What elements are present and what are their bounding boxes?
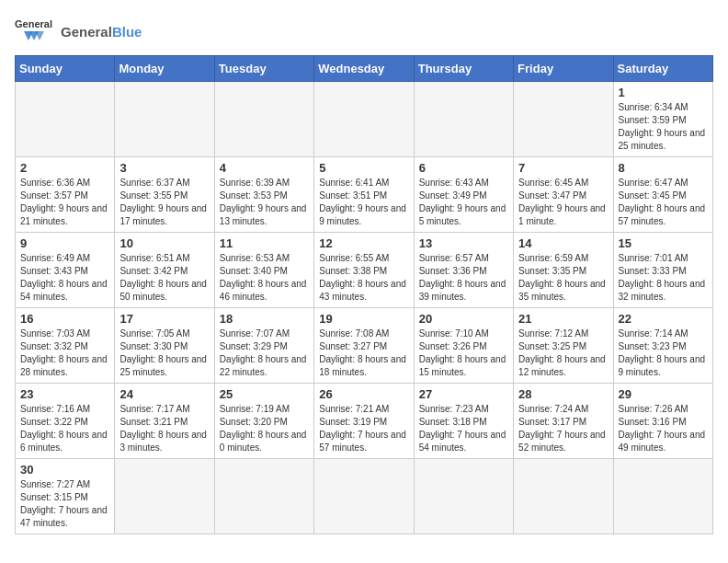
logo-wordmark: GeneralBlue [61, 24, 142, 40]
day-info: Sunrise: 6:43 AM Sunset: 3:49 PM Dayligh… [419, 177, 508, 228]
calendar-cell: 16Sunrise: 7:03 AM Sunset: 3:32 PM Dayli… [16, 308, 115, 384]
weekday-header: Friday [514, 56, 613, 82]
weekday-header: Tuesday [214, 56, 313, 82]
logo-blue: Blue [112, 24, 142, 40]
day-info: Sunrise: 6:59 AM Sunset: 3:35 PM Dayligh… [518, 252, 608, 304]
calendar-week-row: 30Sunrise: 7:27 AM Sunset: 3:15 PM Dayli… [16, 459, 713, 534]
day-info: Sunrise: 7:16 AM Sunset: 3:22 PM Dayligh… [20, 403, 109, 454]
day-info: Sunrise: 6:36 AM Sunset: 3:57 PM Dayligh… [20, 177, 109, 228]
calendar-header-row: SundayMondayTuesdayWednesdayThursdayFrid… [16, 56, 713, 82]
day-info: Sunrise: 7:01 AM Sunset: 3:33 PM Dayligh… [619, 252, 708, 304]
day-info: Sunrise: 6:34 AM Sunset: 3:59 PM Dayligh… [619, 101, 708, 153]
calendar-week-row: 23Sunrise: 7:16 AM Sunset: 3:22 PM Dayli… [16, 384, 713, 459]
day-number: 25 [220, 387, 309, 401]
day-number: 7 [518, 161, 608, 175]
calendar-cell [514, 82, 613, 157]
calendar-week-row: 2Sunrise: 6:36 AM Sunset: 3:57 PM Daylig… [16, 157, 713, 233]
calendar-cell [314, 82, 414, 157]
day-number: 12 [319, 236, 408, 250]
day-number: 11 [220, 236, 309, 250]
day-number: 13 [419, 236, 508, 250]
day-number: 9 [20, 236, 109, 250]
calendar-cell: 2Sunrise: 6:36 AM Sunset: 3:57 PM Daylig… [16, 157, 115, 233]
calendar-cell: 17Sunrise: 7:05 AM Sunset: 3:30 PM Dayli… [115, 308, 214, 384]
calendar-cell: 26Sunrise: 7:21 AM Sunset: 3:19 PM Dayli… [314, 384, 414, 459]
calendar-cell [16, 82, 115, 157]
weekday-header: Wednesday [314, 56, 414, 82]
day-number: 29 [619, 387, 708, 401]
day-info: Sunrise: 6:39 AM Sunset: 3:53 PM Dayligh… [220, 177, 309, 228]
calendar-cell: 21Sunrise: 7:12 AM Sunset: 3:25 PM Dayli… [514, 308, 613, 384]
calendar-cell: 29Sunrise: 7:26 AM Sunset: 3:16 PM Dayli… [613, 384, 712, 459]
day-number: 2 [20, 161, 109, 175]
day-info: Sunrise: 6:51 AM Sunset: 3:42 PM Dayligh… [119, 252, 209, 304]
day-info: Sunrise: 6:53 AM Sunset: 3:40 PM Dayligh… [220, 252, 309, 304]
day-number: 28 [518, 387, 608, 401]
day-number: 4 [220, 161, 309, 175]
day-info: Sunrise: 6:47 AM Sunset: 3:45 PM Dayligh… [619, 177, 708, 228]
day-info: Sunrise: 7:10 AM Sunset: 3:26 PM Dayligh… [419, 327, 508, 379]
day-number: 5 [319, 161, 408, 175]
day-number: 19 [319, 312, 408, 326]
calendar-week-row: 16Sunrise: 7:03 AM Sunset: 3:32 PM Dayli… [16, 308, 713, 384]
weekday-header: Saturday [613, 56, 712, 82]
day-info: Sunrise: 6:45 AM Sunset: 3:47 PM Dayligh… [518, 177, 608, 228]
day-info: Sunrise: 7:19 AM Sunset: 3:20 PM Dayligh… [220, 403, 309, 454]
day-number: 6 [419, 161, 508, 175]
calendar-cell: 15Sunrise: 7:01 AM Sunset: 3:33 PM Dayli… [613, 233, 712, 308]
calendar-cell: 13Sunrise: 6:57 AM Sunset: 3:36 PM Dayli… [414, 233, 513, 308]
calendar-cell [115, 82, 214, 157]
day-number: 18 [220, 312, 309, 326]
svg-text:General: General [15, 18, 52, 29]
day-info: Sunrise: 6:55 AM Sunset: 3:38 PM Dayligh… [319, 252, 408, 304]
day-info: Sunrise: 6:37 AM Sunset: 3:55 PM Dayligh… [119, 177, 209, 228]
day-info: Sunrise: 6:49 AM Sunset: 3:43 PM Dayligh… [20, 252, 109, 304]
day-info: Sunrise: 7:24 AM Sunset: 3:17 PM Dayligh… [518, 403, 608, 454]
day-info: Sunrise: 7:14 AM Sunset: 3:23 PM Dayligh… [619, 327, 708, 379]
calendar-cell: 7Sunrise: 6:45 AM Sunset: 3:47 PM Daylig… [514, 157, 613, 233]
calendar-cell: 5Sunrise: 6:41 AM Sunset: 3:51 PM Daylig… [314, 157, 414, 233]
weekday-header: Thursday [414, 56, 513, 82]
calendar: SundayMondayTuesdayWednesdayThursdayFrid… [15, 55, 713, 534]
calendar-cell: 4Sunrise: 6:39 AM Sunset: 3:53 PM Daylig… [214, 157, 313, 233]
calendar-cell [613, 459, 712, 534]
header: General GeneralBlue [15, 15, 713, 48]
day-number: 20 [419, 312, 508, 326]
day-number: 8 [619, 161, 708, 175]
day-number: 1 [619, 86, 708, 99]
calendar-cell [214, 82, 313, 157]
day-number: 24 [119, 387, 209, 401]
day-number: 3 [119, 161, 209, 175]
calendar-cell: 18Sunrise: 7:07 AM Sunset: 3:29 PM Dayli… [214, 308, 313, 384]
calendar-cell [514, 459, 613, 534]
day-info: Sunrise: 6:41 AM Sunset: 3:51 PM Dayligh… [319, 177, 408, 228]
day-number: 21 [518, 312, 608, 326]
day-number: 23 [20, 387, 109, 401]
calendar-cell: 1Sunrise: 6:34 AM Sunset: 3:59 PM Daylig… [613, 82, 712, 157]
day-number: 22 [619, 312, 708, 326]
calendar-cell: 8Sunrise: 6:47 AM Sunset: 3:45 PM Daylig… [613, 157, 712, 233]
day-info: Sunrise: 7:03 AM Sunset: 3:32 PM Dayligh… [20, 327, 109, 379]
calendar-cell: 9Sunrise: 6:49 AM Sunset: 3:43 PM Daylig… [16, 233, 115, 308]
calendar-cell: 24Sunrise: 7:17 AM Sunset: 3:21 PM Dayli… [115, 384, 214, 459]
calendar-cell: 12Sunrise: 6:55 AM Sunset: 3:38 PM Dayli… [314, 233, 414, 308]
calendar-cell: 3Sunrise: 6:37 AM Sunset: 3:55 PM Daylig… [115, 157, 214, 233]
day-number: 15 [619, 236, 708, 250]
day-number: 10 [119, 236, 209, 250]
day-info: Sunrise: 7:26 AM Sunset: 3:16 PM Dayligh… [619, 403, 708, 454]
day-info: Sunrise: 6:57 AM Sunset: 3:36 PM Dayligh… [419, 252, 508, 304]
day-number: 27 [419, 387, 508, 401]
calendar-cell: 19Sunrise: 7:08 AM Sunset: 3:27 PM Dayli… [314, 308, 414, 384]
day-info: Sunrise: 7:07 AM Sunset: 3:29 PM Dayligh… [220, 327, 309, 379]
day-info: Sunrise: 7:05 AM Sunset: 3:30 PM Dayligh… [119, 327, 209, 379]
calendar-cell: 30Sunrise: 7:27 AM Sunset: 3:15 PM Dayli… [16, 459, 115, 534]
calendar-cell: 14Sunrise: 6:59 AM Sunset: 3:35 PM Dayli… [514, 233, 613, 308]
day-info: Sunrise: 7:12 AM Sunset: 3:25 PM Dayligh… [518, 327, 608, 379]
day-info: Sunrise: 7:08 AM Sunset: 3:27 PM Dayligh… [319, 327, 408, 379]
day-number: 16 [20, 312, 109, 326]
calendar-cell [414, 82, 513, 157]
calendar-cell: 11Sunrise: 6:53 AM Sunset: 3:40 PM Dayli… [214, 233, 313, 308]
calendar-cell: 27Sunrise: 7:23 AM Sunset: 3:18 PM Dayli… [414, 384, 513, 459]
day-number: 14 [518, 236, 608, 250]
calendar-cell: 20Sunrise: 7:10 AM Sunset: 3:26 PM Dayli… [414, 308, 513, 384]
